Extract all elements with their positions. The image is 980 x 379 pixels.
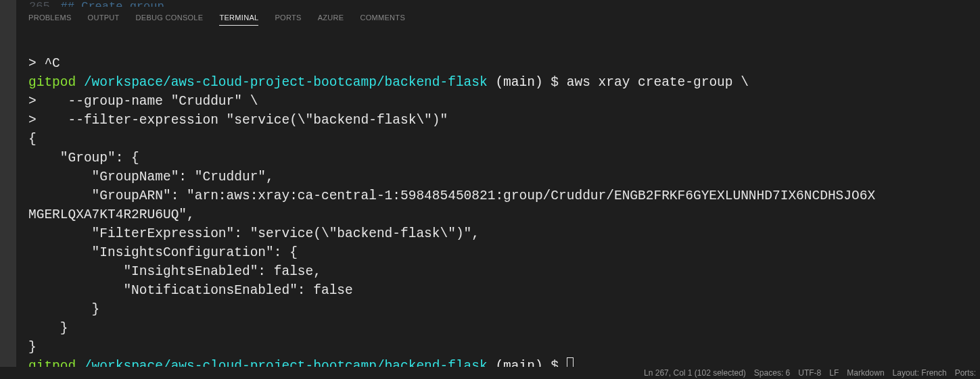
tab-output[interactable]: OUTPUT	[88, 11, 120, 26]
tab-comments[interactable]: COMMENTS	[360, 11, 405, 26]
terminal-cursor	[567, 357, 574, 367]
terminal-line: }	[28, 302, 99, 317]
terminal-line: "FilterExpression": "service(\"backend-f…	[28, 226, 480, 241]
terminal-line: "Group": {	[28, 151, 139, 166]
status-ports[interactable]: Ports:	[955, 368, 976, 378]
terminal-line: {	[28, 132, 37, 147]
status-keyboard-layout[interactable]: Layout: French	[893, 368, 947, 378]
terminal-line: "GroupName": "Cruddur",	[28, 170, 274, 184]
terminal-line: "NotificationsEnabled": false	[28, 283, 353, 298]
terminal-line: > --group-name "Cruddur" \	[28, 94, 258, 109]
bottom-panel: PROBLEMS OUTPUT DEBUG CONSOLE TERMINAL P…	[16, 7, 980, 367]
terminal-line: }	[28, 321, 68, 336]
tab-terminal[interactable]: TERMINAL	[219, 11, 258, 26]
terminal-line: "InsightsConfiguration": {	[28, 245, 298, 260]
panel-tabs: PROBLEMS OUTPUT DEBUG CONSOLE TERMINAL P…	[16, 7, 980, 27]
status-indent[interactable]: Spaces: 6	[754, 368, 790, 378]
status-language[interactable]: Markdown	[847, 368, 884, 378]
status-encoding[interactable]: UTF-8	[798, 368, 821, 378]
terminal-line: "GroupARN": "arn:aws:xray:ca-central-1:5…	[28, 188, 875, 203]
status-bar: Ln 267, Col 1 (102 selected) Spaces: 6 U…	[0, 367, 980, 379]
terminal-line: "InsightsEnabled": false,	[28, 264, 321, 279]
terminal-line: > --filter-expression "service(\"backend…	[28, 113, 448, 128]
tab-debug-console[interactable]: DEBUG CONSOLE	[136, 11, 204, 26]
terminal-line: gitpod /workspace/aws-cloud-project-boot…	[28, 75, 749, 90]
tab-azure[interactable]: AZURE	[318, 11, 344, 26]
activity-bar-edge	[0, 0, 16, 367]
tab-ports[interactable]: PORTS	[275, 11, 301, 26]
terminal-line: > ^C	[28, 56, 60, 71]
terminal-line: }	[28, 340, 37, 355]
terminal-output[interactable]: > ^C gitpod /workspace/aws-cloud-project…	[16, 27, 980, 367]
terminal-prompt-line: gitpod /workspace/aws-cloud-project-boot…	[28, 359, 574, 367]
terminal-line: MGERLQXA7KT4R2RU6UQ",	[28, 207, 195, 222]
tab-problems[interactable]: PROBLEMS	[28, 11, 72, 26]
status-cursor-position[interactable]: Ln 267, Col 1 (102 selected)	[644, 368, 746, 378]
status-eol[interactable]: LF	[829, 368, 839, 378]
